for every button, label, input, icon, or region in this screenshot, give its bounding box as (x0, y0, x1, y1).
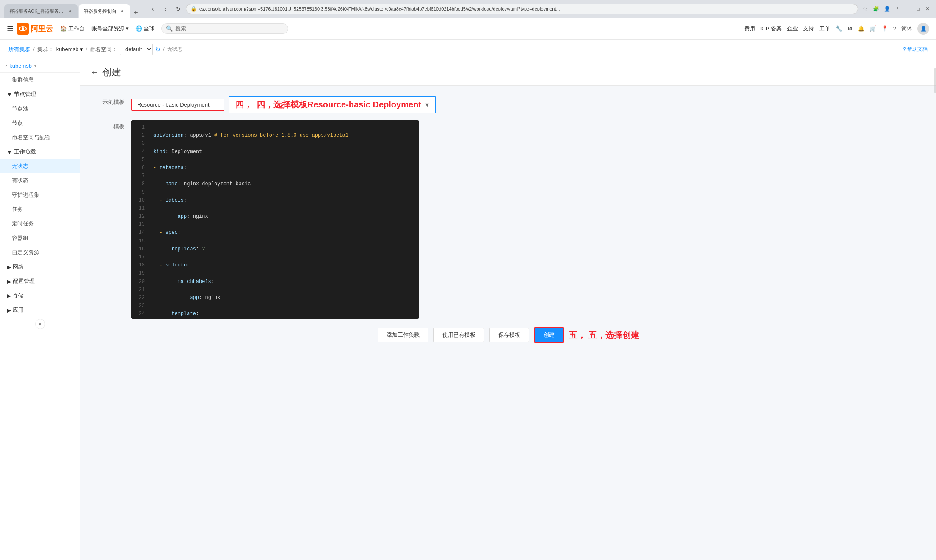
browser-tab-2[interactable]: 容器服务控制台 ✕ (79, 4, 130, 18)
home-icon: 🏠 (60, 25, 67, 32)
cart-icon[interactable]: 🛒 (870, 25, 876, 32)
footer-buttons: 添加工作负载 使用已有模板 保存模板 创建 五， 五，选择创建 (91, 319, 926, 351)
sidebar-item-container-group[interactable]: 容器组 (0, 231, 80, 245)
sidebar-item-cron-task[interactable]: 定时任务 (0, 217, 80, 231)
sidebar-group-title-storage[interactable]: ▶ 存储 (0, 288, 80, 303)
code-line-6: app: nginx (153, 213, 414, 221)
address-bar[interactable]: 🔒 cs.console.aliyun.com/?spm=5176.181001… (186, 4, 858, 14)
namespace-dropdown[interactable]: default (120, 44, 153, 55)
tab-close-1[interactable]: ✕ (67, 8, 73, 14)
step-four-text: 四，选择模板Resource-basic Deployment (257, 99, 421, 110)
network-label: 网络 (13, 263, 24, 271)
node-mgmt-arrow-icon: ▼ (7, 91, 12, 98)
nav-controls: ‹ › ↻ (148, 4, 183, 14)
workbench-nav[interactable]: 🏠 工作台 (60, 25, 85, 33)
sidebar-group-title-config[interactable]: ▶ 配置管理 (0, 274, 80, 288)
close-window-button[interactable]: ✕ (923, 5, 932, 13)
create-button[interactable]: 创建 (534, 327, 564, 343)
sidebar-cluster-chevron: ▾ (34, 63, 36, 68)
sidebar-item-stateful[interactable]: 有状态 (0, 173, 80, 188)
top-navbar: ☰ 阿里云 🏠 工作台 账号全部资源 ▾ 🌐 全球 🔍 费用 ICP 备案 企业… (0, 18, 936, 40)
aliyun-logo-text: 阿里云 (30, 24, 53, 34)
workorder-nav[interactable]: 工单 (819, 25, 830, 33)
search-icon: 🔍 (166, 25, 173, 32)
code-line-8: replicas: 2 (153, 245, 414, 253)
icp-nav[interactable]: ICP 备案 (760, 25, 782, 33)
refresh-icon[interactable]: ↻ (155, 46, 160, 53)
cluster-name: kubemsb (56, 46, 79, 52)
account-icon[interactable]: 👤 (883, 5, 891, 13)
bell-icon[interactable]: 🔔 (858, 25, 864, 32)
sidebar-group-node-mgmt: ▼ 节点管理 节点池 节点 (0, 87, 80, 130)
tab-close-2[interactable]: ✕ (119, 8, 125, 14)
tab-bar: 容器服务ACK_容器服务Kube ✕ 容器服务控制台 ✕ + (4, 0, 141, 18)
browser-tab-1[interactable]: 容器服务ACK_容器服务Kube ✕ (4, 4, 78, 18)
sidebar-group-title-node[interactable]: ▼ 节点管理 (0, 87, 80, 102)
all-clusters-link[interactable]: 所有集群 (8, 46, 30, 53)
code-line-7: - spec: (153, 229, 414, 237)
enterprise-nav[interactable]: 企业 (787, 25, 798, 33)
sidebar-scroll-down[interactable]: ▼ (35, 319, 45, 329)
add-workload-button[interactable]: 添加工作负载 (378, 328, 428, 342)
code-line-11: app: nginx (153, 294, 414, 302)
support-nav[interactable]: 支持 (803, 25, 814, 33)
sidebar-item-cluster-info[interactable]: 集群信息 (0, 73, 80, 87)
status-text: 无状态 (167, 46, 182, 53)
sidebar-item-node-pool[interactable]: 节点池 (0, 102, 80, 116)
page-title: 创建 (102, 66, 121, 79)
help-docs-link[interactable]: ? 帮助文档 (903, 46, 928, 53)
sidebar-back-link[interactable]: ‹ kubemsb ▾ (0, 59, 80, 73)
monitor-icon[interactable]: 🖥 (847, 25, 853, 32)
status-badge: 无状态 (167, 46, 182, 53)
namespace-select[interactable]: default (120, 44, 153, 55)
back-chevron-icon: ‹ (5, 63, 7, 69)
sidebar-item-node[interactable]: 节点 (0, 116, 80, 130)
sidebar-item-daemonset[interactable]: 守护进程集 (0, 188, 80, 202)
back-button[interactable]: ‹ (148, 4, 158, 14)
more-icon[interactable]: ⋮ (894, 5, 902, 13)
save-template-button[interactable]: 保存模板 (489, 328, 529, 342)
sidebar-label-cluster-info: 集群信息 (12, 76, 34, 84)
sidebar-group-title-workload[interactable]: ▼ 工作负载 (0, 145, 80, 159)
extensions-icon[interactable]: 🧩 (872, 5, 880, 13)
global-nav[interactable]: 🌐 全球 (135, 25, 155, 33)
help-icon[interactable]: ? (893, 25, 896, 32)
user-avatar[interactable]: 👤 (917, 23, 929, 35)
cluster-select[interactable]: kubemsb ▾ (56, 46, 83, 52)
reload-button[interactable]: ↻ (173, 4, 183, 14)
page-back-arrow[interactable]: ← (91, 68, 98, 77)
sidebar-item-namespace[interactable]: 命名空间与配额 (0, 130, 80, 145)
minimize-button[interactable]: ─ (905, 5, 913, 13)
code-line-1: apiVersion: apps/v1 # for versions befor… (153, 132, 414, 140)
code-content[interactable]: apiVersion: apps/v1 # for versions befor… (148, 120, 419, 319)
all-resources-nav[interactable]: 账号全部资源 ▾ (91, 25, 129, 33)
sidebar-group-title-network[interactable]: ▶ 网络 (0, 260, 80, 274)
sidebar-item-stateless[interactable]: 无状态 (0, 159, 80, 173)
bookmark-icon[interactable]: ☆ (861, 5, 869, 13)
fee-nav[interactable]: 费用 (744, 25, 755, 33)
aliyun-logo-icon (17, 23, 29, 35)
sidebar-cluster-name: kubemsb (9, 63, 32, 69)
sidebar-item-task[interactable]: 任务 (0, 202, 80, 217)
search-input[interactable] (175, 25, 284, 32)
tools-icon[interactable]: 🔧 (835, 25, 842, 32)
sidebar-item-custom-resource[interactable]: 自定义资源 (0, 245, 80, 260)
locate-icon[interactable]: 📍 (881, 25, 888, 32)
hamburger-icon[interactable]: ☰ (7, 24, 14, 33)
workload-label: 工作负载 (14, 148, 36, 156)
aliyun-logo[interactable]: 阿里云 (17, 23, 53, 35)
search-bar[interactable]: 🔍 (161, 23, 288, 34)
sidebar-group-storage: ▶ 存储 (0, 288, 80, 303)
code-line-3: - metadata: (153, 164, 414, 172)
use-template-button[interactable]: 使用已有模板 (433, 328, 484, 342)
code-editor[interactable]: 1 2 3 4 5 6 7 8 9 10 11 12 13 (131, 120, 419, 319)
sidebar-scroll-indicator: ▼ (0, 317, 80, 331)
language-toggle[interactable]: 简体 (901, 25, 912, 33)
app-label: 应用 (13, 306, 24, 314)
new-tab-button[interactable]: + (131, 8, 141, 18)
sidebar-group-title-app[interactable]: ▶ 应用 (0, 303, 80, 317)
template-select-box[interactable]: Resource - basic Deployment (131, 99, 224, 111)
step-five-label: 五， (569, 329, 586, 341)
maximize-button[interactable]: □ (914, 5, 922, 13)
forward-button[interactable]: › (160, 4, 171, 14)
